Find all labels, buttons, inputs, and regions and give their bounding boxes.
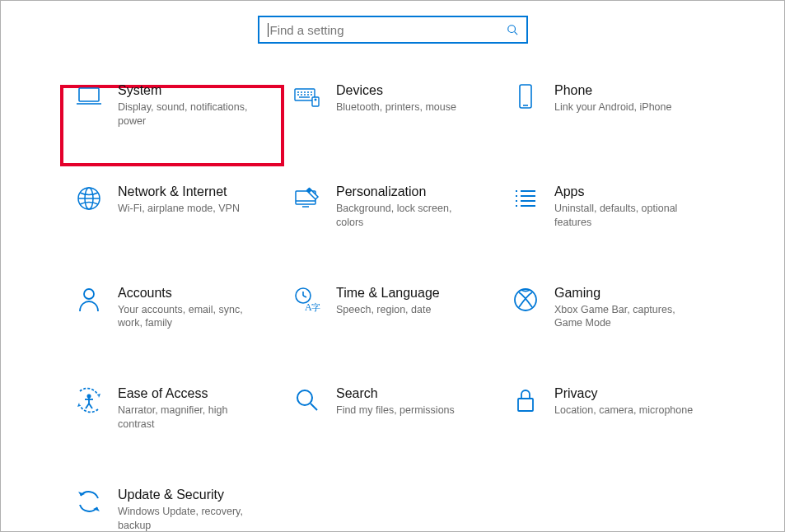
tile-desc: Location, camera, microphone <box>554 404 699 418</box>
svg-point-35 <box>84 289 94 299</box>
svg-point-41 <box>515 289 536 310</box>
lock-icon <box>512 386 540 414</box>
search-input[interactable] <box>270 23 507 37</box>
tile-text: Apps Uninstall, defaults, optional featu… <box>554 184 713 230</box>
tile-text: Ease of Access Narrator, magnifier, high… <box>118 386 277 432</box>
tile-title: Devices <box>336 83 495 98</box>
tile-title: Gaming <box>554 286 713 301</box>
xbox-icon <box>512 286 540 314</box>
person-icon <box>75 286 103 314</box>
search-box[interactable] <box>258 16 528 44</box>
tile-gaming[interactable]: Gaming Xbox Game Bar, captures, Game Mod… <box>503 279 722 338</box>
list-icon <box>512 184 540 212</box>
svg-marker-43 <box>77 403 80 407</box>
tile-title: Time & Language <box>336 286 495 301</box>
svg-point-49 <box>297 390 312 405</box>
tile-text: Phone Link your Android, iPhone <box>554 83 713 114</box>
settings-grid: System Display, sound, notifications, po… <box>1 77 784 532</box>
svg-rect-2 <box>79 88 99 101</box>
globe-icon <box>75 184 103 212</box>
tile-personalization[interactable]: Personalization Background, lock screen,… <box>285 178 503 236</box>
paintbrush-monitor-icon <box>293 184 321 212</box>
tile-ease-of-access[interactable]: Ease of Access Narrator, magnifier, high… <box>67 380 285 438</box>
tile-text: Gaming Xbox Game Bar, captures, Game Mod… <box>554 286 713 331</box>
tile-desc: Find my files, permissions <box>336 404 480 418</box>
tile-desc: Your accounts, email, sync, work, family <box>118 303 262 331</box>
tile-text: Network & Internet Wi-Fi, airplane mode,… <box>118 184 277 216</box>
svg-line-47 <box>86 404 89 408</box>
svg-line-50 <box>311 404 317 410</box>
tile-text: Devices Bluetooth, printers, mouse <box>336 83 495 114</box>
tile-text: Time & Language Speech, region, date <box>336 286 495 317</box>
tile-title: Network & Internet <box>118 184 277 199</box>
tile-title: Update & Security <box>118 488 277 502</box>
svg-line-38 <box>303 296 306 297</box>
ease-of-access-icon <box>75 386 103 414</box>
clock-language-icon: A 字 <box>293 286 321 314</box>
tile-search[interactable]: Search Find my files, permissions <box>285 380 503 438</box>
search-icon <box>507 24 518 35</box>
svg-line-48 <box>89 404 92 408</box>
tile-title: Phone <box>554 83 713 98</box>
svg-point-0 <box>507 26 515 33</box>
tile-title: Apps <box>554 184 713 199</box>
text-cursor <box>268 23 269 37</box>
svg-line-1 <box>514 32 517 35</box>
tile-update-security[interactable]: Update & Security Windows Update, recove… <box>67 481 285 532</box>
sync-arrows-icon <box>75 488 103 516</box>
svg-marker-42 <box>98 394 100 398</box>
tile-accounts[interactable]: Accounts Your accounts, email, sync, wor… <box>67 279 285 338</box>
tile-desc: Speech, region, date <box>336 303 480 317</box>
tile-title: Privacy <box>554 386 713 401</box>
tile-text: Search Find my files, permissions <box>336 386 495 418</box>
tile-desc: Bluetooth, printers, mouse <box>336 100 480 114</box>
tile-desc: Uninstall, defaults, optional features <box>554 202 699 230</box>
tile-text: Privacy Location, camera, microphone <box>554 386 713 418</box>
tile-title: Personalization <box>336 184 495 199</box>
magnify-icon <box>293 386 321 414</box>
tile-desc: Windows Update, recovery, backup <box>118 505 262 532</box>
tile-desc: Xbox Game Bar, captures, Game Mode <box>554 303 699 331</box>
tile-text: Personalization Background, lock screen,… <box>336 184 495 230</box>
tile-title: Accounts <box>118 286 277 301</box>
tile-title: System <box>118 83 277 98</box>
tile-apps[interactable]: Apps Uninstall, defaults, optional featu… <box>503 178 722 236</box>
tile-title: Ease of Access <box>118 386 277 401</box>
tile-desc: Display, sound, notifications, power <box>118 100 262 128</box>
tile-network[interactable]: Network & Internet Wi-Fi, airplane mode,… <box>67 178 285 236</box>
laptop-icon <box>75 83 103 111</box>
tile-text: Accounts Your accounts, email, sync, wor… <box>118 286 277 331</box>
tile-desc: Link your Android, iPhone <box>554 100 699 114</box>
tile-devices[interactable]: Devices Bluetooth, printers, mouse <box>285 77 503 135</box>
tile-time-language[interactable]: A 字 Time & Language Speech, region, date <box>285 279 503 338</box>
tile-text: System Display, sound, notifications, po… <box>118 83 277 128</box>
search-row <box>1 1 784 77</box>
tile-text: Update & Security Windows Update, recove… <box>118 488 277 532</box>
keyboard-icon <box>293 83 321 111</box>
svg-rect-18 <box>520 85 531 108</box>
tile-desc: Background, lock screen, colors <box>336 202 480 230</box>
tile-system[interactable]: System Display, sound, notifications, po… <box>67 77 285 135</box>
phone-icon <box>512 83 540 111</box>
tile-desc: Narrator, magnifier, high contrast <box>118 404 262 432</box>
svg-rect-51 <box>518 399 533 411</box>
tile-privacy[interactable]: Privacy Location, camera, microphone <box>503 380 722 438</box>
tile-desc: Wi-Fi, airplane mode, VPN <box>118 202 262 216</box>
tile-phone[interactable]: Phone Link your Android, iPhone <box>503 77 722 135</box>
svg-text:字: 字 <box>311 302 320 312</box>
svg-point-17 <box>315 99 316 100</box>
svg-point-44 <box>87 394 91 399</box>
tile-title: Search <box>336 386 495 401</box>
